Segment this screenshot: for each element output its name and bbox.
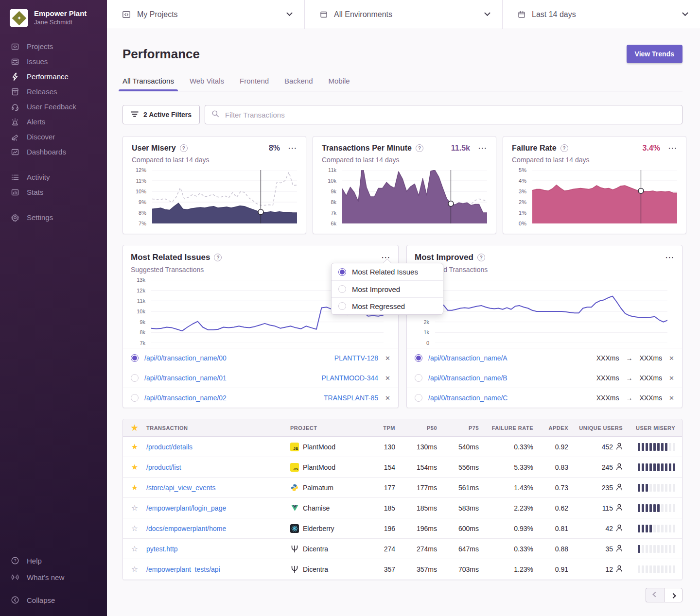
ellipsis-menu-icon[interactable]: ⋯ — [288, 146, 297, 151]
issue-link[interactable]: TRANSPLANT-85 — [324, 394, 378, 402]
transaction-link[interactable]: /api/0/transaction_name/B — [428, 374, 508, 382]
filter-icon — [131, 111, 139, 119]
sidebar-item-stats[interactable]: Stats — [11, 185, 107, 200]
related-issue-row[interactable]: /api/0/transaction_name/02TRANSPLANT-85✕ — [123, 388, 398, 408]
column-header-unique-users[interactable]: UNIQUE USERS — [568, 425, 623, 431]
sidebar-item-dashboards[interactable]: Dashboards — [11, 144, 107, 159]
radio-icon[interactable] — [415, 354, 422, 362]
metric-value: 8% — [269, 144, 280, 153]
project-selector[interactable]: My Projects — [107, 0, 305, 29]
menu-option-most-improved[interactable]: Most Improved — [332, 280, 443, 297]
column-header-transaction[interactable]: TRANSACTION — [146, 425, 290, 431]
sidebar-item-alerts[interactable]: Alerts — [11, 114, 107, 129]
sidebar-item-performance[interactable]: Performance — [11, 69, 107, 84]
close-icon[interactable]: ✕ — [669, 375, 674, 382]
transaction-link[interactable]: /docs/empowerplant/home — [146, 525, 226, 532]
tab-web-vitals[interactable]: Web Vitals — [190, 74, 224, 91]
pagination-prev-button[interactable] — [646, 588, 664, 602]
pagination-next-button[interactable] — [664, 588, 682, 602]
tab-backend[interactable]: Backend — [284, 74, 313, 91]
menu-option-most-regressed[interactable]: Most Regressed — [332, 297, 443, 314]
help-icon[interactable]: ? — [560, 144, 568, 152]
view-trends-button[interactable]: View Trends — [627, 45, 682, 63]
radio-icon[interactable] — [131, 354, 139, 362]
related-issue-row[interactable]: /api/0/transaction_name/00PLANTTV-128✕ — [123, 348, 398, 368]
user-misery-bars — [623, 545, 682, 553]
transaction-link[interactable]: /api/0/transaction_name/02 — [144, 394, 227, 402]
issue-link[interactable]: PLANTMOOD-344 — [321, 374, 378, 382]
close-icon[interactable]: ✕ — [669, 355, 674, 362]
sidebar-item-activity[interactable]: Activity — [11, 170, 107, 185]
sidebar-item-user-feedback[interactable]: User Feedback — [11, 99, 107, 114]
tab-mobile[interactable]: Mobile — [328, 74, 350, 91]
metric-value: 3.4% — [643, 144, 660, 153]
sidebar-item-what-s-new[interactable]: What’s new — [11, 569, 107, 585]
ellipsis-menu-icon[interactable]: ⋯ — [668, 146, 677, 151]
improved-row[interactable]: /api/0/transaction_name/AXXXms→XXXms✕ — [407, 348, 682, 368]
transaction-link[interactable]: /product/list — [146, 463, 181, 471]
daterange-selector[interactable]: Last 14 days — [503, 0, 700, 29]
sidebar-item-issues[interactable]: Issues — [11, 54, 107, 69]
org-header[interactable]: ✦ Empower Plant Jane Schmidt — [0, 0, 107, 39]
sidebar-item-settings[interactable]: Settings — [11, 210, 107, 225]
close-icon[interactable]: ✕ — [385, 394, 390, 402]
column-header-user-misery[interactable]: USER MISERY — [623, 425, 682, 431]
star-icon[interactable]: ☆ — [131, 565, 138, 573]
apdex-value: 0.62 — [533, 504, 568, 512]
sidebar-collapse-button[interactable]: Collapse — [11, 592, 107, 608]
help-icon[interactable]: ? — [180, 144, 188, 152]
transaction-link[interactable]: /api/0/transaction_name/01 — [144, 374, 227, 382]
radio-icon[interactable] — [131, 374, 139, 382]
star-icon[interactable]: ★ — [131, 463, 138, 471]
radio-icon[interactable] — [415, 394, 422, 402]
close-icon[interactable]: ✕ — [385, 355, 390, 362]
sidebar-item-releases[interactable]: Releases — [11, 84, 107, 99]
menu-option-most-related-issues[interactable]: Most Related Issues — [332, 263, 443, 280]
transaction-link[interactable]: /product/details — [146, 443, 192, 451]
help-icon[interactable]: ? — [214, 254, 222, 261]
arrow-right-icon: → — [626, 354, 632, 362]
transaction-link[interactable]: /empowerplant_tests/api — [146, 565, 220, 573]
column-header-failure-rate[interactable]: FAILURE RATE — [479, 425, 533, 431]
improved-row[interactable]: /api/0/transaction_name/BXXXms→XXXms✕ — [407, 368, 682, 388]
radio-icon[interactable] — [131, 394, 139, 402]
help-icon[interactable]: ? — [416, 144, 423, 152]
failure-rate-value: 5.33% — [479, 463, 533, 471]
column-header-p50[interactable]: P50 — [395, 425, 437, 431]
transaction-link[interactable]: /api/0/transaction_name/00 — [144, 354, 227, 362]
transaction-link[interactable]: /empowerplant/login_page — [146, 504, 226, 512]
star-icon[interactable]: ☆ — [131, 525, 138, 532]
close-icon[interactable]: ✕ — [385, 375, 390, 382]
radio-icon[interactable] — [415, 374, 422, 382]
transaction-link[interactable]: /store/api_view_events — [146, 484, 215, 492]
transaction-link[interactable]: /api/0/transaction_name/C — [428, 394, 508, 402]
active-filters-button[interactable]: 2 Active Filters — [122, 105, 200, 124]
ellipsis-menu-icon[interactable]: ⋯ — [665, 255, 674, 260]
star-icon[interactable]: ★ — [131, 443, 138, 451]
help-icon[interactable]: ? — [477, 254, 485, 261]
improved-row[interactable]: /api/0/transaction_name/CXXXms→XXXms✕ — [407, 388, 682, 408]
environment-selector[interactable]: All Environments — [305, 0, 503, 29]
sidebar-item-projects[interactable]: Projects — [11, 39, 107, 54]
p50-value: 177ms — [395, 484, 437, 492]
issue-link[interactable]: PLANTTV-128 — [334, 354, 378, 362]
search-input[interactable] — [224, 110, 676, 120]
star-icon[interactable]: ☆ — [131, 545, 138, 553]
column-header-apdex[interactable]: APDEX — [533, 425, 568, 431]
transaction-link[interactable]: pytest.http — [146, 545, 178, 553]
star-icon[interactable]: ★ — [131, 484, 138, 492]
tab-frontend[interactable]: Frontend — [240, 74, 269, 91]
sidebar-item-help[interactable]: ?Help — [11, 552, 107, 569]
ellipsis-menu-icon[interactable]: ⋯ — [478, 146, 487, 151]
star-icon[interactable]: ☆ — [131, 504, 138, 512]
column-header-project[interactable]: PROJECT — [290, 425, 363, 431]
related-issue-row[interactable]: /api/0/transaction_name/01PLANTMOOD-344✕ — [123, 368, 398, 388]
column-header-p75[interactable]: P75 — [437, 425, 479, 431]
tab-all-transactions[interactable]: All Transactions — [122, 74, 174, 91]
environment-icon — [319, 10, 328, 19]
sidebar-item-discover[interactable]: Discover — [11, 129, 107, 144]
transaction-link[interactable]: /api/0/transaction_name/A — [428, 354, 508, 362]
discover-icon — [11, 133, 19, 141]
close-icon[interactable]: ✕ — [669, 394, 674, 402]
column-header-tpm[interactable]: TPM — [363, 425, 395, 431]
